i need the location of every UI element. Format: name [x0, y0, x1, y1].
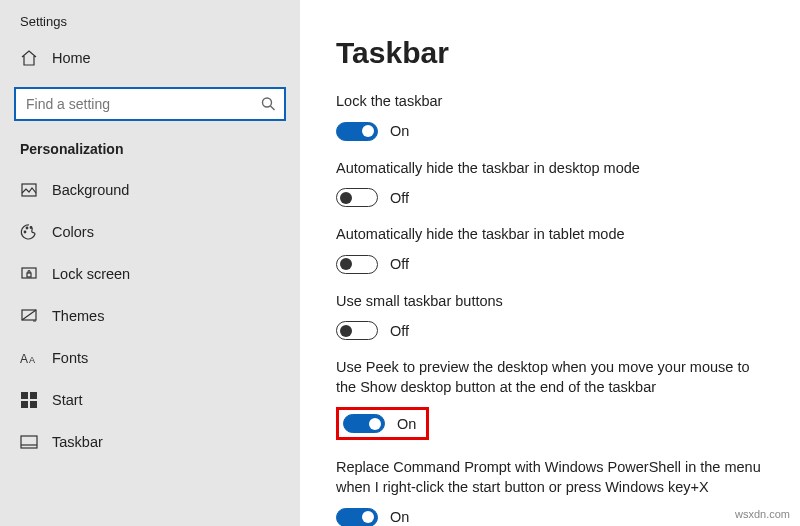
svg-rect-12	[30, 392, 37, 399]
toggle-knob	[369, 418, 381, 430]
sidebar-item-label: Fonts	[52, 350, 88, 366]
sidebar-item-lockscreen[interactable]: Lock screen	[0, 253, 300, 295]
setting-group: Replace Command Prompt with Windows Powe…	[336, 458, 768, 526]
toggle-row: Off	[336, 321, 768, 340]
sidebar-item-start[interactable]: Start	[0, 379, 300, 421]
toggle-switch[interactable]	[336, 122, 378, 141]
setting-label: Use small taskbar buttons	[336, 292, 768, 312]
svg-rect-15	[21, 436, 37, 448]
setting-group: Lock the taskbarOn	[336, 92, 768, 141]
toggle-switch[interactable]	[336, 321, 378, 340]
search-icon	[261, 97, 276, 112]
settings-main: Taskbar Lock the taskbarOnAutomatically …	[300, 0, 800, 526]
start-icon	[20, 391, 38, 409]
toggle-row: Off	[336, 188, 768, 207]
palette-icon	[20, 223, 38, 241]
svg-line-1	[271, 106, 275, 110]
watermark: wsxdn.com	[735, 508, 790, 520]
sidebar-item-label: Background	[52, 182, 129, 198]
toggle-state-label: Off	[390, 256, 409, 272]
setting-label: Automatically hide the taskbar in tablet…	[336, 225, 768, 245]
toggle-knob	[340, 258, 352, 270]
toggle-switch[interactable]	[336, 255, 378, 274]
setting-group: Use small taskbar buttonsOff	[336, 292, 768, 341]
sidebar-item-themes[interactable]: Themes	[0, 295, 300, 337]
setting-group: Use Peek to preview the desktop when you…	[336, 358, 768, 440]
svg-point-4	[26, 227, 28, 229]
home-label: Home	[52, 50, 91, 66]
setting-group: Automatically hide the taskbar in tablet…	[336, 225, 768, 274]
setting-group: Automatically hide the taskbar in deskto…	[336, 159, 768, 208]
search-input[interactable]	[14, 87, 286, 121]
toggle-switch[interactable]	[336, 188, 378, 207]
highlighted-toggle-row: On	[336, 407, 429, 440]
sidebar-item-label: Colors	[52, 224, 94, 240]
svg-text:A: A	[29, 355, 35, 365]
settings-sidebar: Settings Home Personalization Background…	[0, 0, 300, 526]
toggle-row: Off	[336, 255, 768, 274]
svg-text:A: A	[20, 352, 28, 365]
toggle-row: On	[336, 508, 768, 527]
sidebar-item-colors[interactable]: Colors	[0, 211, 300, 253]
sidebar-item-label: Start	[52, 392, 83, 408]
setting-label: Automatically hide the taskbar in deskto…	[336, 159, 768, 179]
sidebar-item-fonts[interactable]: AA Fonts	[0, 337, 300, 379]
toggle-knob	[340, 192, 352, 204]
taskbar-icon	[20, 433, 38, 451]
setting-label: Lock the taskbar	[336, 92, 768, 112]
toggle-knob	[362, 511, 374, 523]
lock-icon	[20, 265, 38, 283]
fonts-icon: AA	[20, 349, 38, 367]
svg-rect-14	[30, 401, 37, 408]
svg-point-0	[263, 98, 272, 107]
section-label: Personalization	[0, 135, 300, 169]
svg-rect-11	[21, 392, 28, 399]
setting-label: Replace Command Prompt with Windows Powe…	[336, 458, 768, 497]
sidebar-item-background[interactable]: Background	[0, 169, 300, 211]
toggle-knob	[362, 125, 374, 137]
themes-icon	[20, 307, 38, 325]
toggle-state-label: On	[390, 509, 409, 525]
toggle-state-label: On	[397, 416, 416, 432]
sidebar-item-label: Taskbar	[52, 434, 103, 450]
toggle-row: On	[336, 122, 768, 141]
window-title: Settings	[0, 14, 300, 39]
toggle-switch[interactable]	[336, 508, 378, 527]
toggle-state-label: On	[390, 123, 409, 139]
home-nav[interactable]: Home	[0, 39, 300, 77]
sidebar-item-taskbar[interactable]: Taskbar	[0, 421, 300, 463]
toggle-state-label: Off	[390, 190, 409, 206]
picture-icon	[20, 181, 38, 199]
svg-point-3	[24, 231, 26, 233]
toggle-state-label: Off	[390, 323, 409, 339]
home-icon	[20, 49, 38, 67]
toggle-knob	[340, 325, 352, 337]
svg-point-5	[30, 227, 32, 229]
sidebar-item-label: Themes	[52, 308, 104, 324]
svg-rect-13	[21, 401, 28, 408]
page-title: Taskbar	[336, 36, 768, 70]
setting-label: Use Peek to preview the desktop when you…	[336, 358, 768, 397]
sidebar-item-label: Lock screen	[52, 266, 130, 282]
search-wrap	[14, 87, 286, 121]
svg-rect-7	[27, 273, 31, 277]
toggle-switch[interactable]	[343, 414, 385, 433]
